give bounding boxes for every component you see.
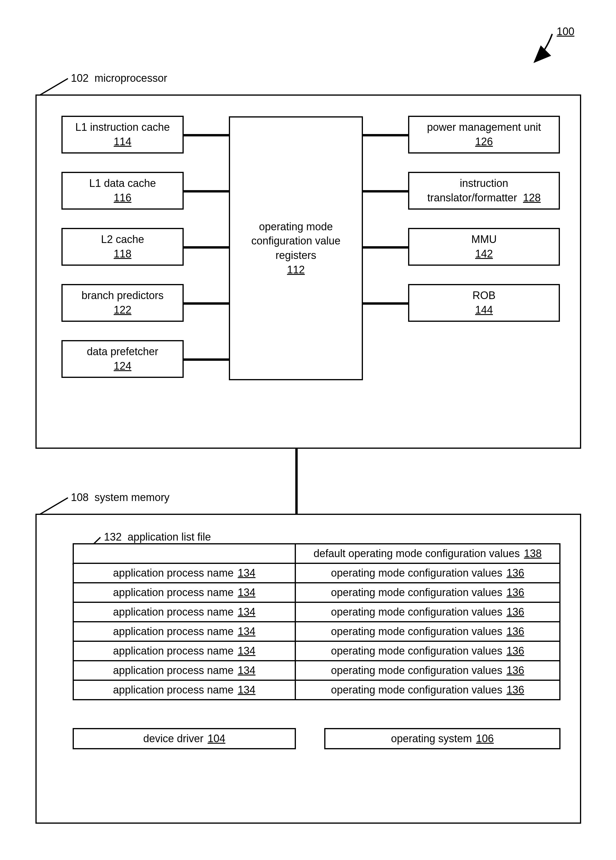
table-row-left: application process name134 bbox=[73, 602, 296, 622]
default-values-cell: default operating mode configuration val… bbox=[295, 543, 561, 564]
listfile-label: 132 application list file bbox=[104, 531, 211, 543]
table-row-right: operating mode configuration values136 bbox=[295, 680, 561, 700]
table-row-left: application process name134 bbox=[73, 680, 296, 700]
table-row-right: operating mode configuration values136 bbox=[295, 641, 561, 661]
table-row-left: application process name134 bbox=[73, 621, 296, 642]
table-row-right: operating mode configuration values136 bbox=[295, 621, 561, 642]
figure-canvas: 100 102 microprocessor operating mode co… bbox=[0, 0, 616, 860]
table-row-right: operating mode configuration values136 bbox=[295, 660, 561, 681]
table-row-right: operating mode configuration values136 bbox=[295, 563, 561, 583]
table-row-left: application process name134 bbox=[73, 641, 296, 661]
table-row-right: operating mode configuration values136 bbox=[295, 602, 561, 622]
table-row-left: application process name134 bbox=[73, 660, 296, 681]
device-driver-block: device driver104 bbox=[73, 728, 296, 749]
table-row-right: operating mode configuration values136 bbox=[295, 582, 561, 603]
operating-system-block: operating system106 bbox=[324, 728, 561, 749]
table-row-left: application process name134 bbox=[73, 563, 296, 583]
left-header-cell bbox=[73, 543, 296, 564]
table-row-left: application process name134 bbox=[73, 582, 296, 603]
